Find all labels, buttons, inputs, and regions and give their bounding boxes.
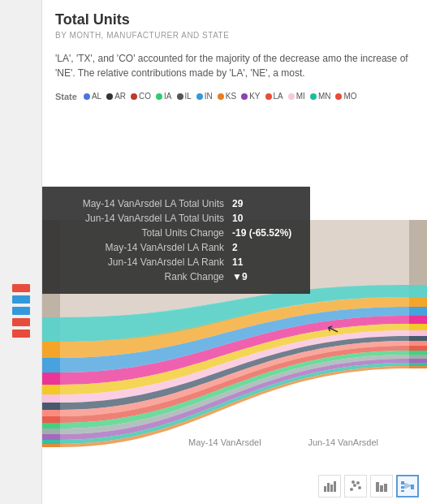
legend-item-co: CO [131, 92, 151, 101]
legend-text-ia: IA [164, 92, 171, 101]
svg-point-32 [350, 488, 353, 491]
svg-rect-43 [411, 485, 414, 489]
svg-rect-38 [380, 485, 383, 492]
svg-rect-31 [334, 481, 336, 492]
axis-label-right: Jun-14 VanArsdel [308, 437, 378, 447]
right-node-beige [409, 220, 427, 285]
tooltip-key-5: Rank Change [55, 271, 232, 282]
tooltip-panel: May-14 VanArsdel LA Total Units 29 Jun-1… [42, 187, 310, 294]
tooltip-key-0: May-14 VanArsdel LA Total Units [55, 198, 232, 209]
legend-item-la: LA [265, 92, 283, 101]
axis-labels: May-14 VanArsdel Jun-14 VanArsdel [42, 437, 427, 447]
legend-dot-mn [310, 93, 317, 100]
tooltip-row-2: Total Units Change -19 (-65.52%) [55, 226, 297, 240]
svg-rect-41 [401, 486, 404, 489]
svg-rect-23 [409, 359, 427, 363]
svg-rect-13 [409, 336, 427, 341]
sidebar-strip [0, 0, 42, 504]
legend-item-il: IL [177, 92, 192, 101]
legend-item-mn: MN [310, 92, 331, 101]
legend-text-in: IN [205, 92, 213, 101]
svg-rect-21 [409, 355, 427, 359]
svg-rect-28 [324, 486, 326, 492]
svg-rect-18 [42, 423, 60, 429]
tooltip-value-2: -19 (-65.52%) [232, 227, 297, 239]
svg-rect-40 [401, 481, 404, 485]
chart-subtitle: BY MONTH, MANUFACTURER AND STATE [55, 31, 414, 40]
svg-rect-27 [409, 366, 427, 368]
tooltip-value-0: 29 [232, 198, 297, 209]
sankey-chart-icon [401, 480, 414, 493]
description-text: 'LA', 'TX', and 'CO' accounted for the m… [42, 45, 427, 87]
svg-rect-12 [42, 403, 60, 410]
svg-point-36 [352, 480, 355, 484]
svg-rect-1 [409, 285, 427, 297]
svg-rect-20 [42, 429, 60, 434]
legend-dot-al [84, 93, 90, 100]
legend-text-mn: MN [318, 92, 331, 101]
sankey-chart-button[interactable] [396, 475, 419, 498]
axis-label-left: May-14 VanArsdel [188, 437, 261, 447]
legend-item-ar: AR [106, 92, 126, 101]
tooltip-value-5: ▼9 [232, 271, 297, 282]
svg-rect-14 [42, 410, 60, 416]
legend-dot-ar [106, 93, 113, 100]
svg-rect-5 [409, 307, 427, 316]
svg-rect-4 [42, 358, 60, 373]
sidebar-color-red3 [12, 330, 30, 338]
legend-item-ks: KS [218, 92, 236, 101]
bar-chart-button[interactable] [318, 475, 341, 498]
svg-rect-11 [409, 330, 427, 336]
tooltip-value-4: 11 [232, 256, 297, 268]
tooltip-key-4: Jun-14 VanArsdel LA Rank [55, 256, 232, 268]
svg-rect-2 [42, 342, 60, 358]
svg-point-35 [358, 486, 361, 489]
legend-item-ky: KY [241, 92, 260, 101]
chart-title: Total Units [55, 11, 414, 29]
tooltip-key-1: Jun-14 VanArsdel LA Total Units [55, 213, 232, 224]
tooltip-row-3: May-14 VanArsdel LA Rank 2 [55, 240, 297, 255]
svg-rect-37 [376, 482, 379, 492]
legend-dot-il [177, 93, 183, 100]
tooltip-row-0: May-14 VanArsdel LA Total Units 29 [55, 196, 297, 211]
scatter-chart-button[interactable] [344, 475, 367, 498]
legend-item-al: AL [84, 92, 101, 101]
legend-item-mo: MO [335, 92, 356, 101]
legend-text-il: IL [185, 92, 192, 101]
svg-rect-42 [401, 490, 404, 492]
svg-rect-39 [384, 484, 387, 492]
tooltip-row-1: Jun-14 VanArsdel LA Total Units 10 [55, 211, 297, 226]
legend-text-al: AL [92, 92, 101, 101]
bottom-toolbar [318, 475, 419, 498]
legend-text-mo: MO [343, 92, 356, 101]
legend-text-ky: KY [249, 92, 260, 101]
sidebar-color-blue [12, 295, 30, 304]
legend-dot-co [131, 93, 137, 100]
legend-text-la: LA [274, 92, 283, 101]
tooltip-key-3: May-14 VanArsdel LA Rank [55, 242, 232, 253]
svg-rect-17 [409, 346, 427, 351]
legend-dot-mo [335, 93, 342, 100]
legend-label: State [55, 92, 77, 101]
legend-item-in: IN [196, 92, 213, 101]
main-container: Total Units BY MONTH, MANUFACTURER AND S… [0, 0, 427, 504]
tooltip-value-1: 10 [232, 213, 297, 224]
svg-rect-0 [42, 317, 60, 342]
legend-text-mi: MI [296, 92, 305, 101]
legend-dot-ky [241, 93, 248, 100]
legend-area: State AL AR CO IA IL [42, 87, 427, 106]
legend-text-ks: KS [226, 92, 236, 101]
legend-dot-mi [288, 93, 295, 100]
column-chart-icon [375, 480, 388, 493]
tooltip-key-2: Total Units Change [55, 227, 232, 239]
svg-rect-6 [42, 373, 60, 385]
legend-item-ia: IA [156, 92, 171, 101]
scatter-chart-icon [349, 480, 362, 493]
svg-rect-3 [409, 297, 427, 307]
legend-dot-ks [218, 93, 224, 100]
legend-text-co: CO [139, 92, 151, 101]
svg-rect-29 [327, 483, 330, 492]
column-chart-button[interactable] [370, 475, 393, 498]
svg-rect-15 [409, 341, 427, 346]
legend-dot-la [265, 93, 272, 100]
